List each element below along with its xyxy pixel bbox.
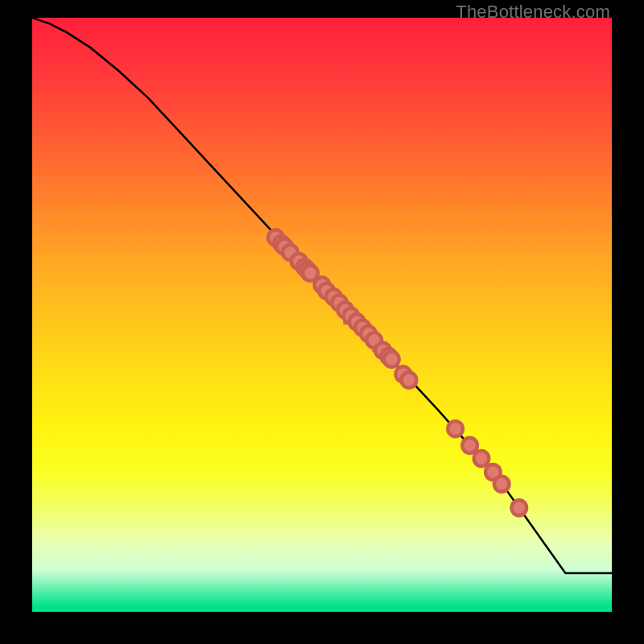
chart-svg (32, 18, 612, 612)
data-point (494, 477, 510, 492)
data-point (511, 500, 526, 515)
data-point (448, 421, 463, 436)
data-point (402, 373, 417, 388)
data-point (474, 451, 489, 466)
points-upper-cluster (268, 229, 416, 387)
plot-area (32, 18, 612, 612)
points-lower-cluster (448, 421, 526, 515)
chart-frame: TheBottleneck.com (0, 0, 644, 644)
data-point (462, 438, 477, 453)
data-point (384, 352, 399, 367)
